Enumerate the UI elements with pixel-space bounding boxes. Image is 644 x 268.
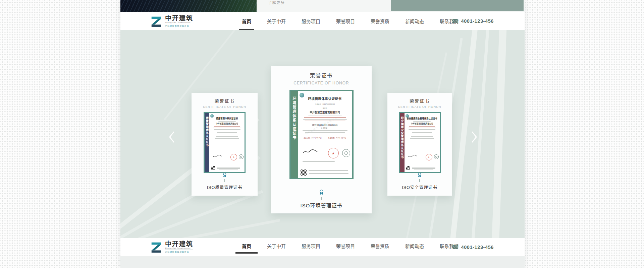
- qr-code: [211, 166, 215, 170]
- nav-item-news[interactable]: 新闻动态: [405, 12, 424, 30]
- footer-phone[interactable]: ☎ 4001-123-456: [451, 238, 494, 256]
- telephone-icon: ☎: [451, 244, 459, 250]
- brand-tagline: 艺科建筑彰显建筑价值: [165, 250, 193, 253]
- main-nav: 首页 关于中开 服务项目 荣誉项目 荣誉资质 新闻动态 联系我们: [242, 12, 459, 30]
- footer-brand-logo[interactable]: 中开建筑 Zhong Kai Construction 艺科建筑彰显建筑价值: [150, 241, 193, 253]
- brand-logo[interactable]: 中开建筑 Zhong Kai Construction 艺科建筑彰显建筑价值: [150, 15, 193, 27]
- logo-text-block: 中开建筑 Zhong Kai Construction 艺科建筑彰显建筑价值: [165, 15, 193, 27]
- carousel-next-button[interactable]: [470, 131, 479, 143]
- card-heading-en: CERTIFICATE OF HONOR: [271, 81, 372, 85]
- band-vertical-text: 职业健康安全管理体系认证证书: [400, 113, 404, 172]
- certificate-scope-label: 认证范围：: [298, 127, 352, 129]
- logo-z-icon: [150, 15, 163, 27]
- header-phone[interactable]: ☎ 4001-123-456: [451, 12, 494, 30]
- medal-icon: [417, 172, 422, 178]
- decor-streak: [491, 30, 507, 238]
- red-seal: ★: [328, 148, 339, 158]
- nav-item-honor-projects[interactable]: 荣誉项目: [336, 12, 355, 30]
- card-caption: ISO环境管理证书: [301, 202, 342, 209]
- logo-text-block: 中开建筑 Zhong Kai Construction 艺科建筑彰显建筑价值: [165, 241, 193, 253]
- brand-tagline: 艺科建筑彰显建筑价值: [165, 24, 193, 27]
- card-heading-en: CERTIFICATE OF HONOR: [387, 105, 452, 109]
- chevron-right-icon: [470, 131, 479, 143]
- card-heading-en: CERTIFICATE OF HONOR: [192, 105, 258, 109]
- certificate-company: 中开智慧艺型建筑有限公司: [209, 122, 245, 125]
- certificate-title: 质量管理体系认证证书: [209, 117, 245, 120]
- chevron-left-icon: [167, 131, 176, 143]
- footer-nav: 首页 关于中开 服务项目 荣誉项目 荣誉资质 新闻动态 联系我们: [242, 238, 459, 256]
- certificate-body: 质量管理体系认证证书 中开智慧艺型建筑有限公司 ★: [209, 113, 245, 172]
- certificate-issue-date: 发证日期：2017年7月14日: [304, 137, 322, 139]
- band-vertical-text: 环境管理体系认证证书: [291, 91, 297, 178]
- card-caption: ISO安全管理证书: [402, 184, 437, 190]
- footer-nav-item-services[interactable]: 服务项目: [302, 238, 320, 254]
- certificate-side-band: 环境管理体系认证证书: [291, 91, 298, 178]
- card-caption-block: ISO环境管理证书: [271, 189, 372, 209]
- nav-item-home[interactable]: 首页: [242, 12, 251, 30]
- certificate-body: 职业健康安全管理体系认证证书 中开智慧艺型建筑有限公司 ★: [405, 113, 440, 172]
- logo-z-icon: [150, 241, 163, 253]
- certificate-title: 职业健康安全管理体系认证证书: [405, 117, 440, 120]
- caption-dash: [321, 197, 322, 200]
- signature: [303, 149, 318, 154]
- card-caption: ISO质量管理证书: [207, 184, 243, 190]
- footer-nav-item-news[interactable]: 新闻动态: [405, 238, 424, 254]
- certificate-valid-until: 有效期至：2020年7月14日: [328, 137, 346, 139]
- certificate-side-band: 质量管理体系认证证书: [205, 113, 209, 172]
- card-caption-block: ISO安全管理证书: [387, 172, 452, 190]
- certificate-carousel-section: 荣誉证书 CERTIFICATE OF HONOR 质量管理体系认证证书 质量管…: [120, 30, 525, 238]
- certificate-card-environment[interactable]: 荣誉证书 CERTIFICATE OF HONOR 环境管理体系认证证书 中开智…: [271, 66, 372, 213]
- footer-nav-item-home[interactable]: 首页: [242, 238, 251, 254]
- card-heading-cn: 荣誉证书: [192, 97, 258, 104]
- learn-more-link[interactable]: 了解更多: [268, 0, 285, 5]
- footer-nav-item-about[interactable]: 关于中开: [267, 238, 286, 254]
- decor-green-block: [391, 0, 524, 11]
- medal-icon: [222, 172, 227, 178]
- page-content: 了解更多 中开建筑 Zhong Kai Construction 艺科建筑彰显建…: [120, 0, 525, 268]
- certificate-card-quality[interactable]: 荣誉证书 CERTIFICATE OF HONOR 质量管理体系认证证书 质量管…: [192, 93, 258, 196]
- certificate-image-safety: 职业健康安全管理体系认证证书 职业健康安全管理体系认证证书 中开智慧艺型建筑有限…: [399, 112, 441, 173]
- signature: [408, 154, 418, 158]
- certificate-company: 中开智慧艺型建筑有限公司: [405, 122, 440, 125]
- dark-seal: [342, 149, 350, 157]
- certificate-card-safety[interactable]: 荣誉证书 CERTIFICATE OF HONOR 职业健康安全管理体系认证证书…: [387, 93, 452, 196]
- building-render-image: [120, 0, 257, 12]
- certificate-dates: 发证日期：2017年7月14日 有效期至：2020年7月14日: [298, 137, 352, 139]
- footer: 中开建筑 Zhong Kai Construction 艺科建筑彰显建筑价值 首…: [120, 238, 525, 256]
- caption-dash: [224, 179, 225, 182]
- phone-number: 4001-123-456: [461, 245, 494, 250]
- phone-number: 4001-123-456: [461, 18, 494, 24]
- dark-seal: [434, 154, 439, 159]
- caption-dash: [419, 179, 420, 182]
- certificate-side-band: 职业健康安全管理体系认证证书: [400, 113, 405, 172]
- certificate-image-environment: 环境管理体系认证证书 中开智慧艺型建筑有限公司 环境管理体系认证证书 注册编号：…: [289, 90, 354, 179]
- qr-code: [301, 170, 307, 176]
- footer-nav-item-honor-projects[interactable]: 荣誉项目: [336, 238, 355, 254]
- card-caption-block: ISO质量管理证书: [192, 172, 258, 190]
- brand-name-en: Zhong Kai Construction: [165, 247, 193, 250]
- certificate-attest: 兹证明: [298, 107, 352, 109]
- certificate-title: 环境管理体系认证证书: [298, 96, 352, 101]
- telephone-icon: ☎: [451, 18, 459, 24]
- nav-item-about[interactable]: 关于中开: [267, 12, 286, 30]
- brand-name-cn: 中开建筑: [165, 15, 193, 21]
- nav-item-honor-qualifications[interactable]: 荣誉资质: [371, 12, 389, 30]
- brand-name-cn: 中开建筑: [165, 241, 193, 247]
- certifier-logo-icon: [406, 114, 409, 118]
- footer-nav-item-honor-qualifications[interactable]: 荣誉资质: [371, 238, 389, 254]
- medal-icon: [318, 189, 325, 196]
- certificate-image-quality: 质量管理体系认证证书 质量管理体系认证证书 中开智慧艺型建筑有限公司: [204, 112, 246, 173]
- nav-item-services[interactable]: 服务项目: [302, 12, 320, 30]
- certificate-company: 中开智慧艺型建筑有限公司: [298, 110, 352, 114]
- next-section-strip: [120, 256, 525, 268]
- certifier-logo-icon: [300, 93, 304, 97]
- carousel-prev-button[interactable]: [167, 131, 176, 143]
- red-seal: ★: [230, 154, 237, 160]
- dark-seal: [239, 154, 244, 159]
- certificate-reg-no: 注册编号：2021762060089M: [298, 103, 352, 105]
- red-seal: ★: [426, 154, 432, 160]
- brand-name-en: Zhong Kai Construction: [165, 21, 193, 24]
- band-vertical-text: 质量管理体系认证证书: [205, 113, 209, 172]
- qr-code: [406, 166, 410, 170]
- card-heading-cn: 荣誉证书: [271, 72, 372, 79]
